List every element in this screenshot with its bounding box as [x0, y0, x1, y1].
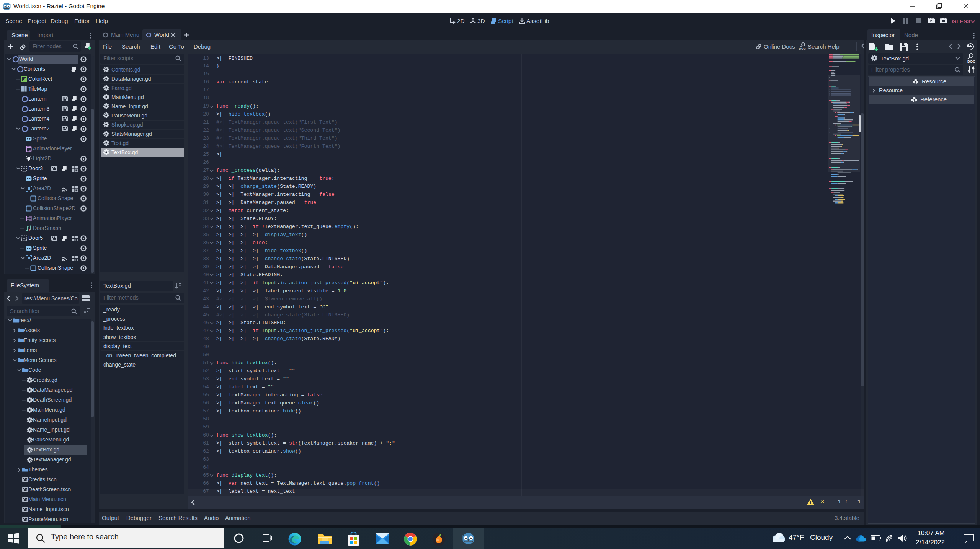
svg-text:DOC: DOC	[799, 47, 806, 51]
svg-text:DOC: DOC	[967, 59, 975, 64]
